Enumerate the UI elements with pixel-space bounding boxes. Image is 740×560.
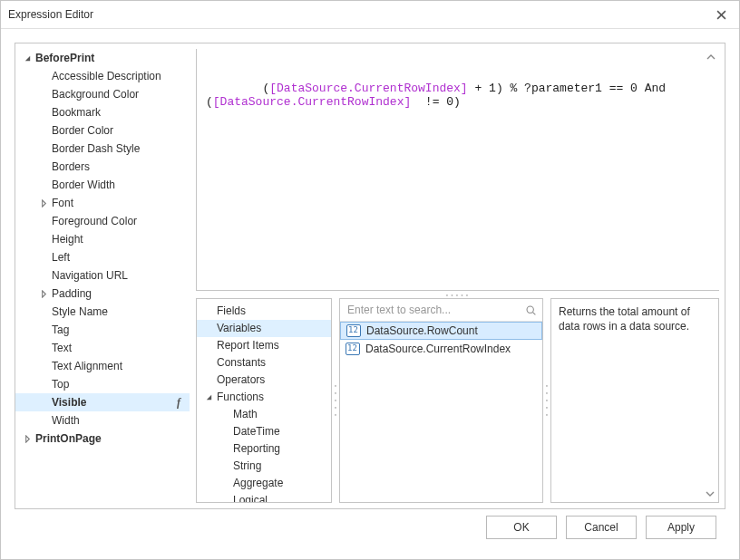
variable-item[interactable]: DataSource.CurrentRowIndex [340,340,542,358]
close-button[interactable] [710,4,732,25]
category-item[interactable]: String [197,458,331,475]
tree-item[interactable]: Width [15,411,190,430]
tree-item-label: Text [52,339,184,357]
tree-item[interactable]: Padding [15,285,190,303]
chevron-right-icon[interactable] [35,290,52,298]
fx-icon: f [177,393,184,411]
scroll-down-icon[interactable] [704,488,716,500]
tree-item-label: Font [52,194,184,212]
expression-editor-window: Expression Editor BeforePrintAccessible … [0,0,740,560]
content-frame: BeforePrintAccessible DescriptionBackgro… [15,43,725,509]
tree-item-label: Border Dash Style [52,140,184,158]
editor-right: ([DataSource.CurrentRowIndex] + 1) % ?pa… [190,43,725,508]
search-row [340,299,542,322]
category-label: DateTime [233,423,280,440]
numeric-type-icon [346,324,361,337]
chevron-down-icon[interactable] [19,54,35,63]
cancel-button[interactable]: Cancel [566,516,637,539]
tree-item[interactable]: Tag [15,321,190,339]
category-label: String [233,458,261,475]
category-pane[interactable]: FieldsVariablesReport ItemsConstantsOper… [196,298,332,503]
variable-label: DataSource.CurrentRowIndex [365,340,511,358]
category-label: Aggregate [233,475,283,492]
tree-item[interactable]: Navigation URL [15,266,190,285]
search-icon[interactable] [525,304,537,316]
category-label: Variables [217,320,261,337]
tree-item[interactable]: Left [15,248,190,266]
chevron-right-icon[interactable] [35,199,52,208]
tree-item-label: Visible [52,393,177,411]
svg-point-2 [527,306,533,313]
expression-textarea[interactable]: ([DataSource.CurrentRowIndex] + 1) % ?pa… [196,49,719,291]
dialog-body: BeforePrintAccessible DescriptionBackgro… [1,29,739,559]
category-item[interactable]: Reporting [197,440,331,458]
tree-group-label: PrintOnPage [35,430,184,448]
tree-item[interactable]: Background Color [15,85,190,103]
tree-item-label: Text Alignment [52,357,184,375]
category-label: Math [233,406,258,423]
tree-item-label: Padding [52,285,184,303]
category-label: Fields [217,303,246,320]
tree-item[interactable]: Height [15,230,190,248]
tree-item[interactable]: Text Alignment [15,357,190,375]
numeric-type-icon [346,343,360,355]
category-item[interactable]: Functions [197,389,331,406]
tree-group[interactable]: BeforePrint [15,49,190,67]
grip-icon: ● ● ● ● ● [545,383,550,418]
vertical-splitter-1[interactable]: ● ● ● ● ● [332,298,339,503]
tree-item[interactable]: Visiblef [15,393,190,411]
category-label: Reporting [233,440,280,458]
category-label: Constants [217,354,266,372]
tree-item[interactable]: Font [15,194,190,212]
tree-item-label: Borders [52,158,184,176]
tree-item-label: Bookmark [52,103,184,121]
tree-item-label: Left [52,248,184,266]
ok-button[interactable]: OK [486,516,557,539]
tree-item[interactable]: Text [15,339,190,357]
tree-item-label: Style Name [52,303,184,321]
category-item[interactable]: Report Items [197,337,331,354]
scroll-up-icon[interactable] [705,51,717,63]
tree-item[interactable]: Border Dash Style [15,140,190,158]
category-item[interactable]: Variables [197,320,331,337]
chevron-down-icon[interactable] [200,393,217,401]
chevron-right-icon[interactable] [19,435,35,443]
grip-icon: ● ● ● ● ● [334,383,338,418]
vertical-splitter-2[interactable]: ● ● ● ● ● [543,298,550,503]
tree-item[interactable]: Border Color [15,121,190,140]
tree-item-label: Accessible Description [52,67,184,85]
horizontal-splitter[interactable]: ● ● ● ● ● [190,291,725,298]
tree-item[interactable]: Style Name [15,303,190,321]
category-label: Logical [233,492,268,503]
tree-item-label: Top [52,375,184,393]
category-item[interactable]: Operators [197,372,331,389]
grip-icon: ● ● ● ● ● [446,293,470,297]
category-item[interactable]: Logical [197,492,331,503]
tree-item-label: Background Color [52,85,184,103]
tree-item-label: Navigation URL [52,266,184,285]
category-label: Report Items [217,337,279,354]
variable-list-pane[interactable]: DataSource.RowCountDataSource.CurrentRow… [339,298,543,503]
tree-group-label: BeforePrint [35,49,184,67]
category-item[interactable]: DateTime [197,423,331,440]
variable-label: DataSource.RowCount [366,322,478,340]
svg-line-3 [533,312,536,314]
tree-item-label: Border Width [52,176,184,194]
tree-item[interactable]: Borders [15,158,190,176]
tree-item[interactable]: Bookmark [15,103,190,121]
variable-item[interactable]: DataSource.RowCount [340,322,542,340]
tree-item[interactable]: Accessible Description [15,67,190,85]
category-item[interactable]: Math [197,406,331,423]
tree-group[interactable]: PrintOnPage [15,430,190,448]
tree-item[interactable]: Top [15,375,190,393]
category-item[interactable]: Constants [197,354,331,372]
tree-item[interactable]: Foreground Color [15,212,190,230]
category-item[interactable]: Fields [197,303,331,320]
apply-button[interactable]: Apply [646,516,716,539]
search-input[interactable] [346,303,525,317]
helper-row: FieldsVariablesReport ItemsConstantsOper… [190,298,725,508]
tree-item-label: Tag [52,321,184,339]
category-item[interactable]: Aggregate [197,475,331,492]
property-tree[interactable]: BeforePrintAccessible DescriptionBackgro… [15,43,190,508]
tree-item[interactable]: Border Width [15,176,190,194]
